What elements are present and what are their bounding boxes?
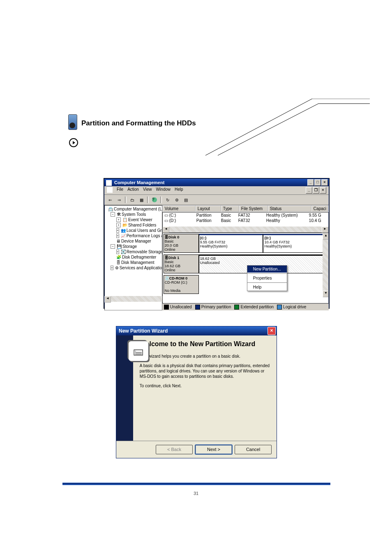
cm-app-icon bbox=[107, 187, 113, 193]
disk-0-partition-c[interactable]: (C:) 9.55 GB FAT32 Healthy(System) bbox=[199, 234, 263, 253]
disk-1-row: 🗄Disk 1 Basic 18.62 GB Online 18.62 GB U… bbox=[164, 254, 327, 273]
toolbar-separator bbox=[147, 197, 149, 203]
wizard-close-button[interactable]: × bbox=[267, 327, 276, 335]
back-button[interactable]: ⇐ bbox=[106, 196, 114, 204]
tree-services-apps[interactable]: +⚙ Services and Applications bbox=[105, 265, 162, 271]
wizard-paragraph: A basic disk is a physical disk that con… bbox=[140, 363, 270, 379]
cm-titlebar[interactable]: Computer Management _ □ × bbox=[104, 179, 329, 186]
table-row[interactable]: ▭ (C:) Partition Basic FAT32 Healthy (Sy… bbox=[163, 213, 328, 218]
tree-removable-storage[interactable]: +💽 Removable Storage bbox=[105, 249, 162, 254]
wizard-title-text: New Partition Wizard bbox=[119, 326, 168, 335]
cm-toolbar: ⇐ ⇒ 🗀 ▦ ? ↻ ⚙ ▤ bbox=[104, 195, 329, 205]
wizard-titlebar[interactable]: New Partition Wizard × bbox=[116, 326, 277, 335]
wizard-footer: < Back Next > Cancel bbox=[116, 441, 277, 458]
tree-disk-defragmenter[interactable]: 🧩 Disk Defragmenter bbox=[105, 254, 162, 260]
menu-view[interactable]: View bbox=[143, 187, 152, 194]
tree-disk-management[interactable]: 🗄 Disk Management bbox=[105, 260, 162, 265]
disk-legend: Unallocated Primary partition Extended p… bbox=[162, 303, 329, 310]
disk-graphical-view: 🗄Disk 0 Basic 20.0 GB Online (C:) 9.55 G… bbox=[162, 233, 329, 303]
section-icon bbox=[65, 113, 77, 131]
svg-line-2 bbox=[218, 104, 318, 155]
disk-scrollbar-v[interactable]: ▲ ▼ bbox=[323, 233, 328, 297]
tree-local-users[interactable]: +👥 Local Users and Groups bbox=[105, 228, 162, 233]
disk-0-info[interactable]: 🗄Disk 0 Basic 20.0 GB Online bbox=[164, 234, 199, 253]
settings-button[interactable]: ⚙ bbox=[173, 196, 181, 204]
new-partition-wizard: New Partition Wizard × 🖴 Welcome to the … bbox=[116, 326, 277, 458]
up-button[interactable]: 🗀 bbox=[128, 196, 136, 204]
tree-root[interactable]: 📇 Computer Management (Local) bbox=[105, 206, 162, 212]
tree-shared-folders[interactable]: +📂 Shared Folders bbox=[105, 222, 162, 228]
cm-tree[interactable]: 📇 Computer Management (Local) −🛠 System … bbox=[104, 205, 162, 310]
close-button[interactable]: × bbox=[321, 179, 328, 186]
col-type[interactable]: Type bbox=[221, 206, 239, 212]
tree-event-viewer[interactable]: +📋 Event Viewer bbox=[105, 217, 162, 222]
computer-management-window: Computer Management _ □ × File Action Vi… bbox=[104, 178, 329, 308]
child-close-button[interactable]: × bbox=[320, 187, 326, 194]
table-row[interactable]: ▭ (D:) Partition Basic FAT32 Healthy 10.… bbox=[163, 218, 328, 223]
ctx-separator bbox=[247, 273, 287, 274]
refresh-button[interactable]: ↻ bbox=[164, 196, 172, 204]
ctx-separator bbox=[247, 282, 287, 283]
page-number: 31 bbox=[0, 491, 392, 496]
col-layout[interactable]: Layout bbox=[196, 206, 221, 212]
wizard-content: Welcome to the New Partition Wizard This… bbox=[133, 335, 277, 441]
menu-action[interactable]: Action bbox=[127, 187, 139, 194]
wizard-sidebar: 🖴 bbox=[116, 335, 133, 441]
cancel-button[interactable]: Cancel bbox=[235, 445, 272, 454]
wizard-paragraph: This wizard helps you create a partition… bbox=[140, 354, 270, 359]
ctx-help[interactable]: Help bbox=[247, 284, 287, 291]
wizard-heading: Welcome to the New Partition Wizard bbox=[140, 340, 270, 348]
svg-line-0 bbox=[205, 99, 312, 155]
disk-0-row: 🗄Disk 0 Basic 20.0 GB Online (C:) 9.55 G… bbox=[164, 234, 327, 253]
menu-help[interactable]: Help bbox=[175, 187, 183, 194]
properties-button[interactable]: ▦ bbox=[137, 196, 145, 204]
context-menu: New Partition... Properties Help bbox=[247, 265, 287, 291]
volume-list[interactable]: ▭ (C:) Partition Basic FAT32 Healthy (Sy… bbox=[162, 212, 329, 233]
step-arrow-icon bbox=[69, 138, 78, 147]
cdrom-info[interactable]: 💿CD-ROM 0 CD-ROM (G:) No Media bbox=[164, 275, 199, 294]
back-button: < Back bbox=[156, 445, 193, 454]
forward-button[interactable]: ⇒ bbox=[115, 196, 123, 204]
next-button[interactable]: Next > bbox=[195, 445, 232, 454]
col-filesystem[interactable]: File System bbox=[239, 206, 268, 212]
col-capacity[interactable]: Capaci bbox=[311, 206, 328, 212]
list-button[interactable]: ▤ bbox=[182, 196, 190, 204]
wizard-disk-icon: 🖴 bbox=[129, 341, 148, 361]
wizard-paragraph: To continue, click Next. bbox=[140, 383, 270, 388]
ctx-new-partition[interactable]: New Partition... bbox=[247, 266, 287, 273]
help-button[interactable]: ? bbox=[150, 196, 159, 204]
minimize-button[interactable]: _ bbox=[307, 179, 314, 186]
tree-system-tools[interactable]: −🛠 System Tools bbox=[105, 212, 162, 217]
tree-perf-logs[interactable]: +📈 Performance Logs and Alerts bbox=[105, 233, 162, 238]
section-title: Partition and Formatting the HDDs bbox=[81, 119, 196, 127]
cm-window-title-text: Computer Management bbox=[114, 180, 164, 185]
child-minimize-button[interactable]: _ bbox=[306, 187, 312, 194]
decorative-lines bbox=[205, 99, 370, 156]
volume-scrollbar-h[interactable]: ◄► bbox=[163, 227, 328, 232]
toolbar-separator bbox=[125, 197, 127, 203]
menu-file[interactable]: File bbox=[117, 187, 123, 194]
cdrom-row: 💿CD-ROM 0 CD-ROM (G:) No Media bbox=[164, 275, 327, 294]
cm-menubar: File Action View Window Help _ ❐ × bbox=[104, 186, 329, 195]
tree-scrollbar-h[interactable]: ◄► bbox=[104, 296, 162, 302]
child-restore-button[interactable]: ❐ bbox=[313, 187, 319, 194]
disk-1-info[interactable]: 🗄Disk 1 Basic 18.62 GB Online bbox=[164, 254, 199, 273]
footer-rule bbox=[62, 483, 330, 485]
volume-list-header[interactable]: Volume Layout Type File System Status Ca… bbox=[162, 205, 329, 212]
maximize-button[interactable]: □ bbox=[314, 179, 321, 186]
menu-window[interactable]: Window bbox=[156, 187, 171, 194]
cm-app-icon bbox=[106, 180, 112, 186]
toolbar-separator bbox=[160, 197, 162, 203]
tree-storage[interactable]: −💾 Storage bbox=[105, 244, 162, 249]
ctx-properties[interactable]: Properties bbox=[247, 275, 287, 282]
col-volume[interactable]: Volume bbox=[163, 206, 196, 212]
col-status[interactable]: Status bbox=[268, 206, 311, 212]
disk-0-partition-d[interactable]: (D:) 10.4 GB FAT32 Healthy(System) bbox=[263, 234, 327, 253]
tree-device-manager[interactable]: 🖥 Device Manager bbox=[105, 238, 162, 244]
